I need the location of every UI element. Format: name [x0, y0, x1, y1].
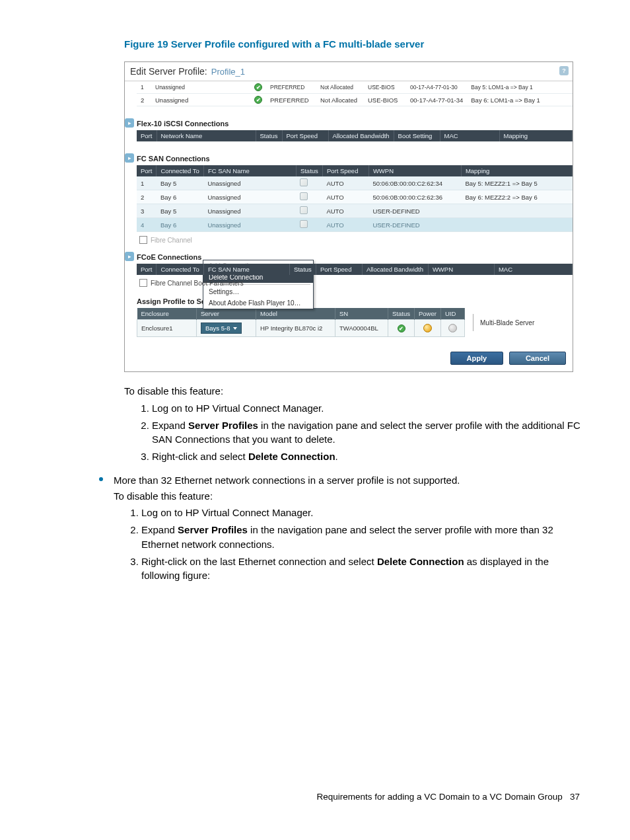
chevron-down-icon [233, 327, 237, 330]
fc-boot-label: Fibre Channel [151, 237, 192, 244]
th-speed: Port Speed [282, 130, 328, 141]
th-power: Power [415, 308, 441, 320]
th-status: Status [289, 264, 316, 275]
eth-name: Unassigned [151, 81, 250, 94]
multi-blade-label: Multi-Blade Server [480, 319, 534, 326]
step-2: Expand Server Profiles in the navigation… [152, 418, 586, 447]
eth-port: 2 [137, 94, 151, 106]
table-row[interactable]: 3Bay 5Unassigned AUTOUSER-DEFINED [137, 204, 573, 218]
table-row[interactable]: 4Bay 6Unassigned AUTOUSER-DEFINED [137, 218, 573, 232]
eth-mac: 00-17-A4-77-01-30 [406, 81, 467, 94]
fcoe-boot-label: Fibre Channel Boot Parameters [151, 280, 244, 287]
eth-map: Bay 5: LOM1-a => Bay 1 [467, 81, 573, 94]
assign-enclosure: Enclosure1 [137, 320, 197, 337]
toggle-icon[interactable]: ▸ [125, 252, 134, 261]
ethernet-table: 1 Unassigned ✔ PREFERRED Not Allocated U… [137, 81, 573, 106]
th-port: Port [137, 165, 157, 176]
assign-row: Enclosure1 Bays 5-8 HP Integrity BL870c … [137, 320, 465, 337]
th-speed: Port Speed [316, 264, 362, 275]
status-icon [300, 220, 308, 228]
th-boot: Boot Setting [394, 130, 440, 141]
th-uid: UID [441, 308, 465, 320]
assign-model: HP Integrity BL870c i2 [256, 320, 335, 337]
page-footer: Requirements for adding a VC Domain to a… [317, 792, 580, 802]
power-icon[interactable] [423, 324, 432, 332]
eth-name: Unassigned [151, 94, 250, 106]
th-server: Server [197, 308, 256, 320]
eth-map: Bay 6: LOM1-a => Bay 1 [467, 94, 573, 106]
eth-boot: USE-BIOS [364, 81, 406, 94]
disable-intro: To disable this feature: [124, 384, 586, 399]
title-bar: Edit Server Profile: Profile_1 ? [125, 62, 573, 81]
assign-section-title: Assign Profile to Server Bay [137, 293, 573, 308]
th-port: Port [137, 130, 157, 141]
checkbox-icon[interactable] [139, 236, 147, 244]
status-icon [300, 192, 308, 200]
body-text: To disable this feature: Log on to HP Vi… [124, 384, 586, 591]
fc-boot-params-row[interactable]: Fibre Channel [137, 232, 573, 248]
step-1: Log on to HP Virtual Connect Manager. [152, 401, 586, 416]
checkbox-icon[interactable] [139, 279, 147, 287]
th-map: Mapping [461, 165, 572, 176]
status-icon [300, 206, 308, 214]
th-net: Network Name [157, 130, 256, 141]
help-icon[interactable]: ? [559, 66, 569, 75]
th-speed: Port Speed [322, 165, 368, 176]
th-name: FC SAN Name [203, 264, 289, 275]
status-ok-icon: ✔ [254, 96, 262, 104]
eth-mac: 00-17-A4-77-01-34 [406, 94, 467, 106]
th-conn: Connected To [157, 165, 203, 176]
bullet-icon [99, 477, 103, 481]
screenshot-panel: Edit Server Profile: Profile_1 ? 1 Unass… [124, 61, 573, 372]
eth-speed: PREFERRED [266, 81, 316, 94]
bullet-text: More than 32 Ethernet network connection… [114, 473, 586, 488]
th-wwpn: WWPN [428, 264, 494, 275]
toggle-icon[interactable]: ▸ [125, 118, 134, 128]
th-mac: MAC [494, 264, 572, 275]
fcoe-section-title: FCoE Connections [137, 249, 573, 264]
table-row[interactable]: 1Bay 5Unassigned AUTO50:06:0B:00:00:C2:6… [137, 176, 573, 190]
step-1: Log on to HP Virtual Connect Manager. [141, 506, 586, 520]
eth-band: Not Allocated [316, 94, 364, 106]
fcsan-section-title: FC SAN Connections [137, 151, 573, 165]
menu-about-flash[interactable]: About Adobe Flash Player 10… [203, 297, 313, 309]
th-band: Allocated Bandwidth [328, 130, 394, 141]
status-ok-icon: ✔ [254, 83, 262, 91]
th-enc: Enclosure [137, 308, 197, 320]
th-mac: MAC [440, 130, 499, 141]
status-ok-icon: ✔ [398, 325, 405, 332]
th-name: FC SAN Name [203, 165, 296, 176]
status-icon [300, 178, 308, 186]
th-status: Status [256, 130, 282, 141]
th-status: Status [296, 165, 322, 176]
fcoe-boot-params-row[interactable]: Fibre Channel Boot Parameters [137, 275, 573, 291]
toggle-icon[interactable]: ▸ [125, 153, 134, 163]
th-band: Allocated Bandwidth [362, 264, 428, 275]
fcsan-table: Port Connected To FC SAN Name Status Por… [137, 165, 573, 232]
th-port: Port [137, 264, 157, 275]
step-3: Right-click on the last Ethernet connect… [141, 554, 586, 584]
apply-button[interactable]: Apply [450, 352, 504, 365]
th-wwpn: WWPN [368, 165, 461, 176]
editor-title: Edit Server Profile: [130, 66, 207, 77]
assign-sn: TWA00004BL [335, 320, 388, 337]
step-2: Expand Server Profiles in the navigation… [141, 523, 586, 552]
th-status: Status [388, 308, 415, 320]
th-conn: Connected To [157, 264, 203, 275]
table-row[interactable]: 2Bay 6Unassigned AUTO50:06:0B:00:00:C2:6… [137, 190, 573, 204]
cancel-button[interactable]: Cancel [509, 352, 566, 365]
assign-table: Enclosure Server Model SN Status Power U… [137, 308, 465, 337]
iscsi-section-title: Flex-10 iSCSI Connections [137, 116, 573, 130]
eth-speed: PREFERRED [266, 94, 316, 106]
th-model: Model [256, 308, 335, 320]
editor-profile-name: Profile_1 [211, 67, 245, 77]
eth-boot: USE-BIOS [364, 94, 406, 106]
th-sn: SN [335, 308, 388, 320]
uid-icon[interactable] [448, 324, 457, 332]
server-bay-dropdown[interactable]: Bays 5-8 [201, 323, 242, 334]
step-3: Right-click and select Delete Connection… [152, 449, 586, 464]
eth-port: 1 [137, 81, 151, 94]
th-map: Mapping [499, 130, 572, 141]
disable-intro-2: To disable this feature: [114, 489, 586, 504]
fcoe-table: Port Connected To FC SAN Name Status Por… [137, 264, 573, 275]
